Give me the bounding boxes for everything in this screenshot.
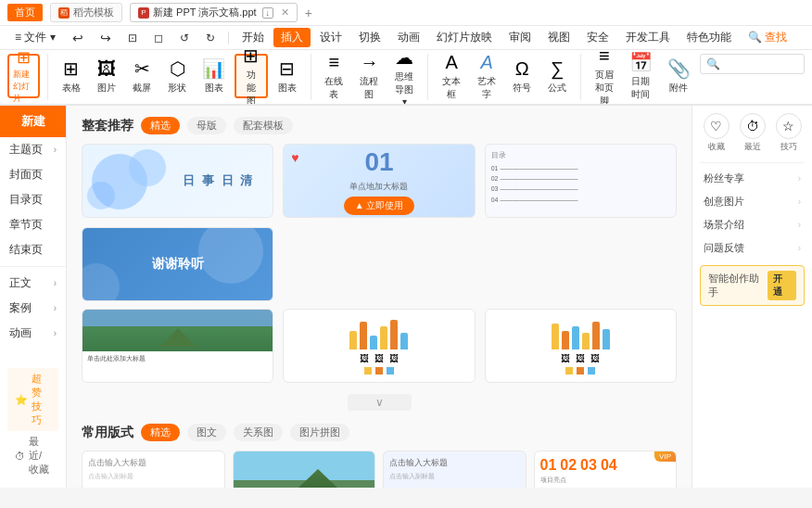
sidebar-tips-button[interactable]: ⭐ 超赞技巧 xyxy=(7,368,58,431)
textbox-icon: A xyxy=(445,52,457,73)
use-template-button[interactable]: ▲ 立即使用 xyxy=(344,197,415,215)
ribbon-flowchart-btn[interactable]: → 流程图 xyxy=(353,54,385,98)
menu-special[interactable]: 特色功能 xyxy=(679,28,739,47)
rp-scene[interactable]: 场景介绍 › xyxy=(700,213,805,236)
bottom-template-2[interactable] xyxy=(233,451,376,488)
tag2-collage[interactable]: 图片拼图 xyxy=(290,424,349,441)
menu-save[interactable]: ⊡ xyxy=(121,30,145,46)
menu-undo2[interactable]: ↺ xyxy=(172,30,197,46)
template-card-6[interactable]: 🖼 🖼 🖼 xyxy=(283,309,475,383)
menu-security[interactable]: 安全 xyxy=(579,28,616,47)
tab-ppt[interactable]: P 新建 PPT 演示文稿.ppt ↓ ✕ xyxy=(130,3,298,22)
menu-undo[interactable]: ↩ xyxy=(65,29,91,47)
show-more-button[interactable]: ∨ xyxy=(82,390,677,414)
menu-insert[interactable]: 插入 xyxy=(273,28,311,47)
tag-matching[interactable]: 配套模板 xyxy=(234,117,293,134)
image-icon: 🖼 xyxy=(97,58,116,80)
rp-favorites[interactable]: ♡ 收藏 xyxy=(700,113,732,153)
menu-redo[interactable]: ↪ xyxy=(93,29,119,47)
ribbon-screenshot-btn[interactable]: ✂ 截屏 xyxy=(126,54,158,98)
ribbon-attach-btn[interactable]: 📎 附件 xyxy=(662,54,696,98)
menu-transition[interactable]: 切换 xyxy=(351,28,388,47)
menu-design[interactable]: 设计 xyxy=(312,28,349,47)
ribbon-table-btn[interactable]: ⊞ 表格 xyxy=(56,54,87,98)
ribbon-smartart-btn[interactable]: ⊟ 图表 xyxy=(272,54,303,98)
heart-icon-rp: ♡ xyxy=(704,113,730,139)
menu-format[interactable]: ◻ xyxy=(146,30,171,46)
menu-animation[interactable]: 动画 xyxy=(390,28,427,47)
sidebar-item-end[interactable]: 结束页 xyxy=(0,237,66,262)
menu-dev[interactable]: 开发工具 xyxy=(618,28,678,47)
sidebar-item-toc[interactable]: 目录页 xyxy=(0,187,66,212)
ribbon-datetime-btn[interactable]: 📅 日期时间 xyxy=(624,54,658,98)
ribbon-chart-btn[interactable]: 📊 图表 xyxy=(197,54,231,98)
section1-header: 整套推荐 精选 母版 配套模板 xyxy=(82,117,677,134)
ribbon-mindmap-btn[interactable]: ☁ 思维导图 ▾ xyxy=(388,54,420,98)
menu-redo2[interactable]: ↻ xyxy=(198,30,222,46)
rp-recent[interactable]: ⏱ 最近 xyxy=(736,113,768,153)
arrow-icon-3: › xyxy=(798,220,801,230)
home-tab[interactable]: 首页 xyxy=(7,4,43,21)
bottom-template-3[interactable]: 点击输入大标题 点击输入副标题 xyxy=(383,451,527,488)
ribbon-formula-btn[interactable]: ∑ 公式 xyxy=(541,54,573,98)
template-text-1: 日 事 日 清 xyxy=(183,172,254,189)
datetime-icon: 📅 xyxy=(629,51,653,73)
template-card-4[interactable]: 谢谢聆听 xyxy=(82,227,273,301)
ribbon-image-btn[interactable]: 🖼 图片 xyxy=(91,54,122,98)
sidebar-item-case[interactable]: 案例 › xyxy=(0,296,66,321)
tag2-relation[interactable]: 关系图 xyxy=(234,424,283,441)
mountain-text: 单击此处添加大标题 xyxy=(82,351,273,366)
ribbon-textbox-btn[interactable]: A 文本框 xyxy=(436,54,467,98)
star-icon-rp: ☆ xyxy=(776,113,802,139)
rp-creative[interactable]: 创意图片 › xyxy=(700,190,805,213)
ribbon-shape-btn[interactable]: ⬡ 形状 xyxy=(161,54,193,98)
sidebar-item-theme[interactable]: 主题页 › xyxy=(0,137,66,162)
template-card-3[interactable]: 目录 01 ———————————— 02 ———————————— 03 ——… xyxy=(485,144,677,218)
template-card-5[interactable]: 单击此处添加大标题 xyxy=(82,309,273,383)
sidebar-new-button[interactable]: 新建 xyxy=(0,106,66,137)
rp-feedback[interactable]: 问题反馈 › xyxy=(700,236,805,260)
menu-view[interactable]: 视图 xyxy=(540,28,577,47)
template-title-3: 目录 xyxy=(491,150,670,160)
menu-review[interactable]: 审阅 xyxy=(501,28,539,47)
sidebar-item-animation[interactable]: 动画 › xyxy=(0,321,66,346)
arrow-icon-2: › xyxy=(798,197,801,207)
new-tab-button[interactable]: + xyxy=(305,6,312,20)
tag-master[interactable]: 母版 xyxy=(187,117,226,134)
tag-selected[interactable]: 精选 xyxy=(141,117,180,134)
chart-icons-1: 🖼 🖼 🖼 xyxy=(360,353,399,363)
sidebar-item-content[interactable]: 正文 › xyxy=(0,271,66,296)
sidebar-item-cover[interactable]: 封面页 xyxy=(0,162,66,187)
right-panel-icons: ♡ 收藏 ⏱ 最近 ☆ 技巧 xyxy=(700,113,805,153)
rp-tips[interactable]: ☆ 技巧 xyxy=(772,113,805,153)
divider3 xyxy=(427,54,428,100)
menu-start[interactable]: 开始 xyxy=(235,28,272,47)
bottom-template-4[interactable]: VIP 01 02 03 04 项目亮点 xyxy=(534,451,678,488)
sidebar-item-chapter[interactable]: 章节页 xyxy=(0,212,66,237)
bottom-template-1[interactable]: 点击输入大标题 点击输入副标题 副标题 xyxy=(82,451,225,488)
search-input[interactable] xyxy=(724,58,798,70)
symbol-icon: Ω xyxy=(515,58,529,80)
ribbon-wordart-btn[interactable]: A 艺术字 xyxy=(471,54,502,98)
template-card-7[interactable]: 🖼 🖼 🖼 xyxy=(485,309,677,383)
template-card-2[interactable]: ♥ 01 单点地加大标题 ▲ 立即使用 xyxy=(283,144,475,218)
ribbon-search[interactable]: 🔍 xyxy=(700,54,805,74)
ribbon-funchart-btn[interactable]: ⊞ 功能图 xyxy=(235,54,268,98)
mountain-bg xyxy=(82,310,273,351)
template-card-1[interactable]: 日 事 日 清 xyxy=(82,144,273,218)
ribbon-online-table-btn[interactable]: ≡ 在线表 xyxy=(318,54,349,98)
tag2-selected[interactable]: 精选 xyxy=(141,424,180,441)
tag2-graphic[interactable]: 图文 xyxy=(187,424,226,441)
ribbon-header-btn[interactable]: ≡ 页眉和页脚 xyxy=(589,54,620,98)
menu-file[interactable]: ≡ 文件 ▾ xyxy=(7,28,63,47)
ribbon-symbol-btn[interactable]: Ω 符号 xyxy=(506,54,538,98)
new-slide-button[interactable]: ⊞ 新建幻灯片 xyxy=(7,54,40,98)
ai-assistant-button[interactable]: 智能创作助手 开通 xyxy=(700,265,805,306)
tab-daoke[interactable]: 稻 稻壳模板 xyxy=(50,3,122,22)
sidebar-recent-button[interactable]: ⏱ 最近/收藏 xyxy=(7,431,58,480)
rp-fans[interactable]: 粉丝专享 › xyxy=(700,167,805,190)
tab-close-icon[interactable]: ✕ xyxy=(281,6,289,19)
table-icon: ⊞ xyxy=(63,57,79,80)
menu-slideshow[interactable]: 幻灯片放映 xyxy=(429,28,500,47)
menu-search[interactable]: 🔍 查找 xyxy=(741,28,794,47)
